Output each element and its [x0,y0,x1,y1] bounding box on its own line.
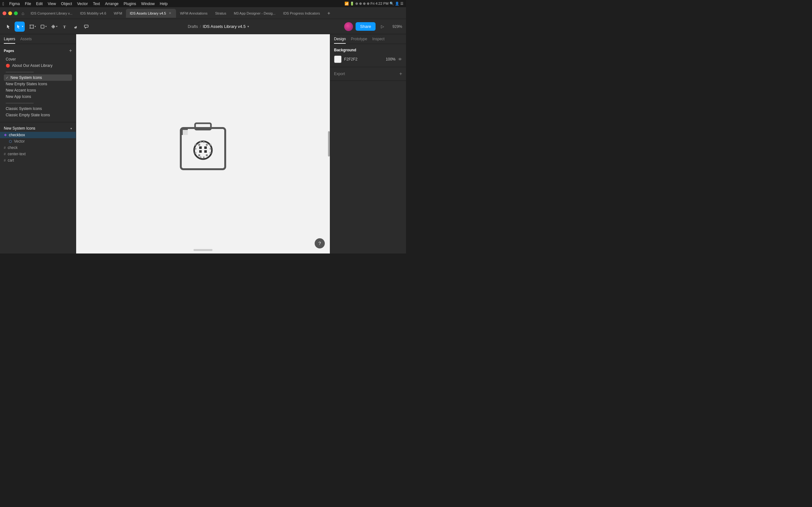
layers-header: New System Icons ▾ [0,125,76,132]
close-tab-icon[interactable]: ✕ [168,11,172,15]
svg-rect-18 [206,154,208,156]
frame-tools: ▾ ▾ ▾ T [27,21,91,32]
menu-help[interactable]: Help [160,2,168,6]
zoom-level[interactable]: 929% [390,24,402,29]
present-button[interactable]: ▷ [378,22,387,31]
page-item-classic-empty[interactable]: Classic Empty State Icons [4,112,72,118]
toolbar-right: Share ▷ 929% [344,22,402,31]
pages-section: Pages + Cover 🔴 About Our Asset Library … [0,44,76,122]
add-export-button[interactable]: + [399,71,402,77]
tab-design[interactable]: Design [334,37,346,44]
menu-edit[interactable]: Edit [36,2,43,6]
tab-ids-assets-library[interactable]: IDS Assets Library v4.5 ✕ [126,9,176,18]
main-layout: Layers Assets Pages + Cover 🔴 About Our … [0,34,406,253]
new-tab-button[interactable]: + [325,9,333,17]
breadcrumb-drafts[interactable]: Drafts [188,24,198,29]
tab-ids-component-library[interactable]: IDS Component Library v... [27,9,76,18]
close-window-button[interactable] [3,11,6,15]
page-item-empty-states[interactable]: New Empty States Icons [4,81,72,87]
svg-rect-31 [200,157,201,158]
layers-header-title: New System Icons [4,126,35,130]
layer-center-text[interactable]: # center-text [0,151,76,157]
canvas-icon-preview [171,112,235,176]
svg-rect-0 [30,25,33,28]
add-page-button[interactable]: + [69,48,72,54]
home-button[interactable]: ⌂ [21,11,24,16]
tab-inspect[interactable]: Inspect [372,37,385,44]
export-row: Export + [334,71,402,77]
menu-text[interactable]: Text [93,2,100,6]
tab-bar: ⌂ IDS Component Library v... IDS Mobilit… [0,8,406,19]
tab-m3-app-designer[interactable]: M3 App Designer - Desig... [230,9,279,18]
select-tools: ▾ [4,21,25,32]
tab-wfm[interactable]: WFM [110,9,126,18]
tab-stratus[interactable]: Stratus [211,9,230,18]
menu-plugins[interactable]: Plugins [124,2,136,6]
layers-collapse-icon[interactable]: ▾ [70,127,72,130]
svg-rect-29 [200,141,201,143]
svg-rect-14 [204,150,207,153]
horizontal-scrollbar[interactable] [194,249,212,251]
minimize-window-button[interactable] [8,11,12,15]
visibility-toggle-icon[interactable]: 👁 [398,57,402,62]
layer-center-text-label: center-text [8,152,26,156]
tab-layers[interactable]: Layers [4,37,15,44]
tab-wfm-annotations[interactable]: WFM Annotations [176,9,211,18]
select-tool[interactable]: ▾ [14,21,25,32]
page-item-cover[interactable]: Cover [4,56,72,62]
move-tool[interactable] [4,21,14,32]
menu-file[interactable]: File [25,2,31,6]
page-item-new-system-icons[interactable]: ✓ New System Icons [4,74,72,81]
share-button[interactable]: Share [356,22,375,31]
menu-object[interactable]: Object [61,2,72,6]
tab-assets[interactable]: Assets [20,37,32,44]
svg-rect-26 [210,144,211,146]
file-menu-chevron[interactable]: ▾ [247,25,249,28]
frame-tool[interactable]: ▾ [27,21,38,32]
svg-rect-25 [195,152,196,154]
canvas[interactable]: ? [76,34,330,253]
tab-ids-progress-indicators[interactable]: IDS Progress Indicators [280,9,324,18]
layer-vector[interactable]: ⬡ Vector [0,138,76,145]
menu-arrange[interactable]: Arrange [105,2,119,6]
menu-window[interactable]: Window [141,2,155,6]
active-page-check: ✓ [6,76,9,80]
page-item-app-icons[interactable]: New App Icons [4,94,72,100]
traffic-lights [3,11,18,15]
apple-menu[interactable]:  [3,1,4,6]
page-item-classic-system[interactable]: Classic System Icons [4,106,72,112]
layer-checkbox-label: checkbox [9,133,25,137]
help-button[interactable]: ? [315,238,325,248]
page-item-about[interactable]: 🔴 About Our Asset Library [4,62,72,69]
layer-cart[interactable]: # cart [0,157,76,164]
hand-tool[interactable] [70,21,81,32]
comment-tool[interactable] [81,21,91,32]
pages-header: Pages + [4,48,72,54]
background-opacity-value[interactable]: 100% [386,57,396,61]
menu-figma[interactable]: Figma [9,2,20,6]
svg-rect-17 [198,154,200,156]
background-hex-value[interactable]: F2F2F2 [344,57,383,61]
shape-tool[interactable]: ▾ [38,21,48,32]
file-name[interactable]: IDS Assets Library v4.5 [203,24,246,29]
svg-rect-28 [210,152,211,154]
tab-ids-mobility[interactable]: IDS Mobility v4.6 [76,9,110,18]
canvas-content [76,34,330,253]
avatar[interactable] [344,22,353,31]
layer-checkbox[interactable]: ❖ checkbox [0,132,76,138]
page-item-accent-icons[interactable]: New Accent Icons [4,87,72,94]
svg-rect-13 [199,150,202,153]
layer-check[interactable]: # check [0,145,76,151]
background-color-swatch[interactable] [334,55,342,63]
layer-vector-icon: ⬡ [9,139,12,144]
tab-prototype[interactable]: Prototype [351,37,367,44]
maximize-window-button[interactable] [14,11,18,15]
pen-tool[interactable]: ▾ [49,21,59,32]
menu-view[interactable]: View [48,2,56,6]
text-tool[interactable]: T [60,21,70,32]
menu-vector[interactable]: Vector [77,2,88,6]
toolbar-center: Drafts / IDS Assets Library v4.5 ▾ [94,24,343,29]
svg-rect-21 [181,128,183,135]
vertical-scrollbar[interactable] [328,131,330,157]
svg-rect-11 [199,147,202,149]
